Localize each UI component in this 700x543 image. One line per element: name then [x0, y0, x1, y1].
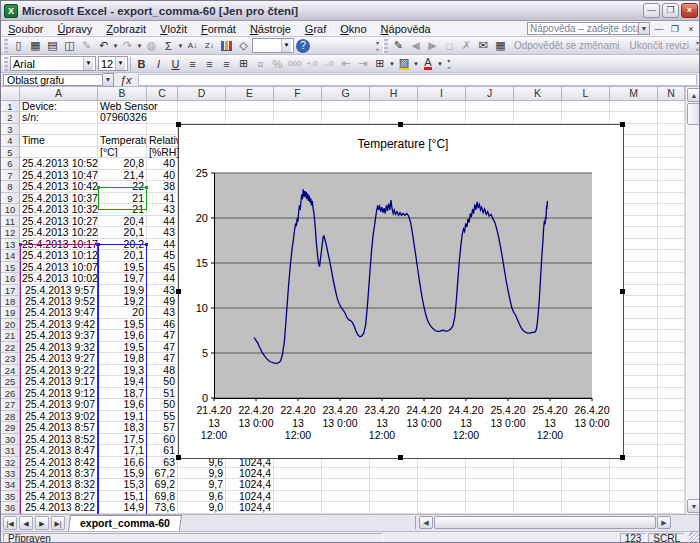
cell-G36[interactable] — [322, 502, 370, 513]
selection-handle[interactable] — [176, 289, 181, 294]
cell-N8[interactable] — [658, 181, 685, 192]
print-button[interactable]: ▤ — [44, 38, 61, 54]
row-header-22[interactable]: 22 — [1, 342, 20, 353]
close-button[interactable]: × — [681, 3, 698, 18]
row-header-25[interactable]: 25 — [1, 376, 20, 387]
cell-A14[interactable]: 25.4.2013 10:12 — [20, 250, 98, 261]
row-header-7[interactable]: 7 — [1, 170, 20, 181]
underline-button[interactable]: U — [167, 56, 184, 72]
zoom-dropdown-icon[interactable]: ▼ — [281, 39, 291, 52]
last-sheet-icon[interactable]: ▶| — [51, 516, 65, 530]
selection-handle[interactable] — [620, 289, 625, 294]
cell-M33[interactable] — [610, 468, 658, 479]
cell-B36[interactable]: 14,9 — [98, 502, 147, 513]
cell-N35[interactable] — [658, 491, 685, 502]
formula-input[interactable] — [138, 74, 697, 86]
cell-F35[interactable] — [274, 491, 322, 502]
workbook-close-button[interactable]: × — [684, 22, 698, 35]
merge-and-center-button[interactable]: ⊞ — [235, 56, 252, 72]
cell-H34[interactable] — [370, 479, 418, 490]
currency-style-button[interactable]: ¤ — [252, 56, 269, 72]
row-header-5[interactable]: 5 — [1, 147, 20, 158]
cell-N34[interactable] — [658, 479, 685, 490]
toolbar-grip[interactable] — [383, 39, 388, 53]
cell-N33[interactable] — [658, 468, 685, 479]
tab-split-handle[interactable] — [415, 516, 418, 529]
increase-indent-button[interactable]: ⇥ — [354, 56, 371, 72]
cell-K33[interactable] — [514, 468, 562, 479]
cell-B11[interactable]: 20,4 — [98, 216, 147, 227]
menu-soubor[interactable]: Soubor — [1, 22, 50, 36]
horizontal-scrollbar[interactable]: ◀ ▶ — [415, 515, 685, 530]
cell-N16[interactable] — [658, 273, 685, 284]
cell-B33[interactable]: 15,9 — [98, 468, 147, 479]
increase-decimal-button[interactable]: +,0 — [303, 56, 320, 72]
new-document-button[interactable]: ▯ — [10, 38, 27, 54]
cell-C31[interactable]: 61 — [147, 445, 178, 456]
insert-hyperlink-button[interactable]: ◍ — [143, 38, 160, 54]
align-right-button[interactable]: ≡ — [218, 56, 235, 72]
previous-sheet-icon[interactable]: ◀ — [19, 516, 33, 530]
menu-vložit[interactable]: Vložit — [153, 22, 194, 36]
cell-H1[interactable] — [370, 101, 418, 112]
cell-F36[interactable] — [274, 502, 322, 513]
column-header-B[interactable]: B — [98, 87, 147, 101]
resize-grip[interactable] — [689, 532, 700, 543]
cell-C27[interactable]: 50 — [147, 399, 178, 410]
cell-N32[interactable] — [658, 457, 685, 468]
cell-B24[interactable]: 19,3 — [98, 365, 147, 376]
cell-I33[interactable] — [418, 468, 466, 479]
cell-B2[interactable]: 07960326 — [98, 112, 147, 123]
cell-B23[interactable]: 19,8 — [98, 353, 147, 364]
row-header-15[interactable]: 15 — [1, 262, 20, 273]
cell-I34[interactable] — [418, 479, 466, 490]
row-header-36[interactable]: 36 — [1, 502, 20, 513]
column-header-G[interactable]: G — [322, 87, 370, 101]
row-header-20[interactable]: 20 — [1, 319, 20, 330]
row-header-8[interactable]: 8 — [1, 181, 20, 192]
decrease-decimal-button[interactable]: -,0 — [320, 56, 337, 72]
cell-E1[interactable] — [226, 101, 274, 112]
vertical-scroll-thumb[interactable] — [687, 103, 700, 125]
cell-N17[interactable] — [658, 285, 685, 296]
cell-K2[interactable] — [514, 112, 562, 123]
next-comment-button[interactable]: ▶ — [424, 38, 441, 54]
cell-B6[interactable]: 20,8 — [98, 158, 147, 169]
cell-G35[interactable] — [322, 491, 370, 502]
cell-A16[interactable]: 25.4.2013 10:02 — [20, 273, 98, 284]
cell-D36[interactable]: 9,0 — [178, 502, 226, 513]
cell-J34[interactable] — [466, 479, 514, 490]
cell-B34[interactable]: 15,3 — [98, 479, 147, 490]
cell-J1[interactable] — [466, 101, 514, 112]
cell-K35[interactable] — [514, 491, 562, 502]
font-name-dropdown-icon[interactable]: ▼ — [83, 57, 93, 70]
cell-B20[interactable]: 19,5 — [98, 319, 147, 330]
row-header-2[interactable]: 2 — [1, 112, 20, 123]
row-header-24[interactable]: 24 — [1, 365, 20, 376]
cell-B22[interactable]: 19,5 — [98, 342, 147, 353]
cell-E36[interactable]: 1024,4 — [226, 502, 274, 513]
show-comment-button[interactable]: □ — [441, 38, 458, 54]
cell-B4[interactable]: Temperature — [98, 135, 147, 146]
percent-style-button[interactable]: % — [269, 56, 286, 72]
italic-button[interactable]: I — [150, 56, 167, 72]
cell-A36[interactable]: 25.4.2013 8:22 — [20, 502, 98, 513]
cell-H35[interactable] — [370, 491, 418, 502]
cell-F33[interactable] — [274, 468, 322, 479]
format-painter-button[interactable]: ✎ — [78, 38, 95, 54]
cell-A4[interactable]: Time — [20, 135, 98, 146]
cell-N23[interactable] — [658, 353, 685, 364]
cell-B10[interactable]: 21 — [98, 204, 147, 215]
font-color-button[interactable]: A — [419, 56, 436, 72]
menu-graf[interactable]: Graf — [298, 22, 333, 36]
cell-G33[interactable] — [322, 468, 370, 479]
edit-comment-button[interactable]: ✎ — [390, 38, 407, 54]
cell-N3[interactable] — [658, 124, 685, 135]
row-header-13[interactable]: 13 — [1, 239, 20, 250]
column-header-N[interactable]: N — [658, 87, 685, 101]
row-header-30[interactable]: 30 — [1, 434, 20, 445]
cell-L35[interactable] — [562, 491, 610, 502]
cell-B35[interactable]: 15,1 — [98, 491, 147, 502]
cell-B31[interactable]: 17,1 — [98, 445, 147, 456]
selection-handle[interactable] — [398, 122, 403, 127]
